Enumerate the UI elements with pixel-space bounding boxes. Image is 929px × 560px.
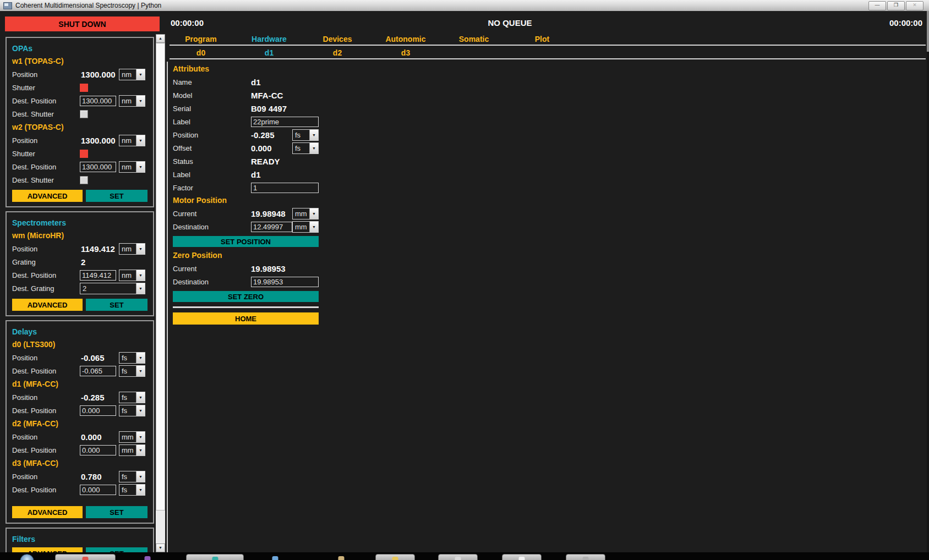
dest-position-input[interactable] xyxy=(80,485,116,495)
dest-position-row: Dest. Positionfs▼ xyxy=(12,364,149,377)
current-unit-select[interactable]: mm▼ xyxy=(292,208,319,219)
label-input[interactable] xyxy=(251,117,319,127)
chevron-down-icon[interactable]: ▼ xyxy=(136,162,145,172)
divider xyxy=(173,306,319,308)
destination-unit-select[interactable]: mm▼ xyxy=(292,221,319,233)
advanced-button[interactable]: ADVANCED xyxy=(12,547,83,552)
taskbar-app-white[interactable] xyxy=(502,554,542,560)
device-tab-d2[interactable]: d2 xyxy=(303,47,371,58)
chevron-down-icon[interactable]: ▼ xyxy=(136,366,145,376)
chevron-down-icon[interactable]: ▼ xyxy=(136,353,145,363)
chevron-down-icon[interactable]: ▼ xyxy=(309,130,318,140)
dest-shutter-checkbox[interactable] xyxy=(80,176,88,184)
chevron-down-icon[interactable]: ▼ xyxy=(136,270,145,281)
taskbar-app-red[interactable] xyxy=(55,554,116,560)
tab-program[interactable]: Program xyxy=(167,34,235,45)
tab-autonomic[interactable]: Autonomic xyxy=(371,34,440,45)
chevron-down-icon[interactable]: ▼ xyxy=(136,432,145,442)
dest-position-unit-select[interactable]: fs▼ xyxy=(119,365,145,377)
shutdown-button[interactable]: SHUT DOWN xyxy=(5,17,160,31)
taskbar-app-teal[interactable] xyxy=(186,554,244,560)
set-button[interactable]: SET xyxy=(86,506,147,518)
taskbar-app-purple[interactable] xyxy=(136,554,159,560)
maximize-button[interactable]: ❐ xyxy=(887,1,905,10)
dest-position-input[interactable] xyxy=(80,366,116,376)
set-button[interactable]: SET xyxy=(86,547,147,552)
dest-position-input[interactable] xyxy=(80,405,116,416)
tab-hardware[interactable]: Hardware xyxy=(235,34,303,45)
chevron-down-icon[interactable]: ▼ xyxy=(136,69,145,80)
dest-position-unit-select[interactable]: mm▼ xyxy=(119,444,145,456)
dest-shutter-label: Dest. Shutter xyxy=(12,110,80,118)
start-button[interactable] xyxy=(20,554,34,560)
dest-position-input[interactable] xyxy=(80,162,116,172)
destination-input[interactable] xyxy=(251,277,319,287)
sidebar-scrollbar[interactable]: ▲ ▼ xyxy=(156,34,165,552)
position-unit-select[interactable]: nm▼ xyxy=(119,135,145,146)
offset-unit-select[interactable]: fs▼ xyxy=(292,142,319,154)
tab-devices[interactable]: Devices xyxy=(303,34,371,45)
dest-grating-select[interactable]: 2▼ xyxy=(80,283,145,294)
motor-position-rows: Current19.98948mm▼Destinationmm▼ xyxy=(173,207,332,233)
chevron-down-icon[interactable]: ▼ xyxy=(136,445,145,455)
home-button[interactable]: HOME xyxy=(173,312,319,325)
position-unit-select[interactable]: mm▼ xyxy=(119,431,145,443)
device-tab-d0[interactable]: d0 xyxy=(167,47,235,58)
taskbar-app-silver[interactable] xyxy=(438,554,478,560)
chevron-down-icon[interactable]: ▼ xyxy=(136,96,145,106)
advanced-button[interactable]: ADVANCED xyxy=(12,506,83,518)
dest-position-unit-select[interactable]: nm▼ xyxy=(119,95,145,107)
scroll-up-button[interactable]: ▲ xyxy=(156,34,165,43)
set-button[interactable]: SET xyxy=(86,299,147,311)
dest-position-input[interactable] xyxy=(80,445,116,455)
minimize-button[interactable]: — xyxy=(868,1,886,10)
position-unit-select[interactable]: fs▼ xyxy=(292,129,319,141)
advanced-button[interactable]: ADVANCED xyxy=(12,299,83,311)
model-label: Model xyxy=(173,91,251,100)
position-unit-select[interactable]: fs▼ xyxy=(119,392,145,403)
chevron-down-icon[interactable]: ▼ xyxy=(136,135,145,146)
device-tab-d1[interactable]: d1 xyxy=(235,47,303,58)
position-unit-select[interactable]: nm▼ xyxy=(119,69,145,80)
chevron-down-icon[interactable]: ▼ xyxy=(136,405,145,416)
set-position-button[interactable]: SET POSITION xyxy=(173,236,319,247)
chevron-down-icon[interactable]: ▼ xyxy=(136,283,145,294)
set-button[interactable]: SET xyxy=(86,190,147,202)
factor-input[interactable] xyxy=(251,183,319,193)
chevron-down-icon[interactable]: ▼ xyxy=(136,244,145,254)
tab-somatic[interactable]: Somatic xyxy=(440,34,508,45)
set-zero-button[interactable]: SET ZERO xyxy=(173,291,319,302)
taskbar-app-yellow[interactable] xyxy=(375,554,415,560)
tab-plot[interactable]: Plot xyxy=(508,34,576,45)
position-unit-select[interactable]: fs▼ xyxy=(119,352,145,364)
dest-position-unit-select[interactable]: nm▼ xyxy=(119,161,145,173)
taskbar-app-tan[interactable] xyxy=(329,554,353,560)
chevron-down-icon[interactable]: ▼ xyxy=(136,392,145,403)
taskbar-app-blue[interactable] xyxy=(263,554,287,560)
scroll-thumb[interactable] xyxy=(156,43,165,510)
attributes-header: Attributes xyxy=(173,63,332,75)
position-unit-select[interactable]: fs▼ xyxy=(119,471,145,482)
position-value: 0.780 xyxy=(80,472,102,481)
dest-position-input[interactable] xyxy=(80,270,116,281)
position-label: Position xyxy=(12,433,80,441)
chevron-down-icon[interactable]: ▼ xyxy=(309,143,318,153)
chevron-down-icon[interactable]: ▼ xyxy=(309,208,318,219)
chevron-down-icon[interactable]: ▼ xyxy=(136,485,145,495)
position-label: Position xyxy=(12,354,80,362)
scroll-down-button[interactable]: ▼ xyxy=(156,543,165,552)
dest-position-unit-select[interactable]: nm▼ xyxy=(119,270,145,281)
close-icon: ✕ xyxy=(912,2,917,8)
device-tab-d3[interactable]: d3 xyxy=(371,47,440,58)
dest-shutter-checkbox[interactable] xyxy=(80,110,88,118)
position-unit-select[interactable]: nm▼ xyxy=(119,243,145,255)
advanced-button[interactable]: ADVANCED xyxy=(12,190,83,202)
chevron-down-icon[interactable]: ▼ xyxy=(136,471,145,482)
chevron-down-icon[interactable]: ▼ xyxy=(309,222,318,232)
dest-position-unit-select[interactable]: fs▼ xyxy=(119,405,145,416)
dest-position-input[interactable] xyxy=(80,96,116,106)
close-button[interactable]: ✕ xyxy=(906,1,923,10)
destination-input[interactable] xyxy=(251,222,292,232)
taskbar-app-gray[interactable] xyxy=(566,554,605,560)
dest-position-unit-select[interactable]: fs▼ xyxy=(119,484,145,496)
